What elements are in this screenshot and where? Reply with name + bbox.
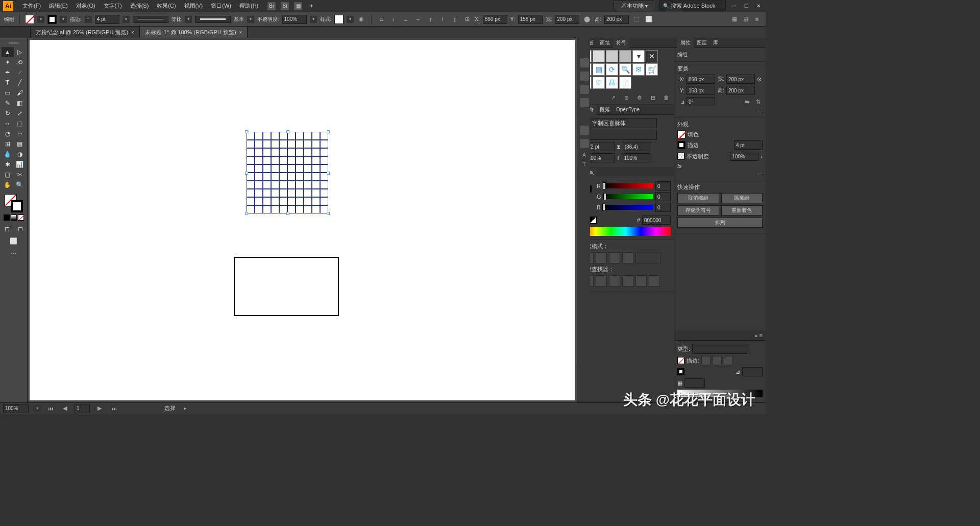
exclude-icon[interactable] bbox=[622, 252, 633, 264]
search-stock[interactable]: 🔍 搜索 Adobe Stock bbox=[659, 1, 726, 11]
grid-object[interactable] bbox=[247, 132, 328, 213]
x-input[interactable] bbox=[483, 15, 507, 24]
artboard-tool[interactable]: ▢ bbox=[2, 170, 14, 180]
eyedropper-tool[interactable]: 💧 bbox=[2, 149, 14, 159]
dock-icon-4[interactable] bbox=[580, 98, 589, 107]
width-tool[interactable]: ↔ bbox=[2, 118, 14, 129]
transform-icon[interactable]: ⊞ bbox=[462, 15, 472, 24]
gradient-tool[interactable]: ▦ bbox=[14, 139, 26, 149]
dock-icon-5[interactable] bbox=[580, 126, 589, 135]
grad-angle[interactable] bbox=[742, 367, 763, 376]
font-family-dd[interactable]: 🔍 字制区喜脉体 bbox=[580, 118, 657, 128]
opacity-input[interactable] bbox=[282, 15, 307, 24]
close-button[interactable]: ✕ bbox=[754, 3, 763, 10]
align-hcenter-icon[interactable]: ⫠ bbox=[401, 15, 410, 24]
w-input[interactable] bbox=[555, 15, 579, 24]
r-input[interactable] bbox=[655, 181, 671, 190]
minusback-icon[interactable] bbox=[649, 275, 660, 286]
gpu-icon[interactable]: ✈ bbox=[307, 2, 315, 10]
workspace-switcher[interactable]: 基本功能 ▾ bbox=[614, 1, 655, 11]
font-size-input[interactable] bbox=[586, 142, 615, 151]
sym-place-icon[interactable]: ↗ bbox=[608, 93, 618, 102]
mesh-tool[interactable]: ⊞ bbox=[2, 139, 14, 149]
leading-input[interactable] bbox=[623, 142, 651, 151]
blend-tool[interactable]: ◑ bbox=[14, 149, 26, 159]
crop-icon[interactable] bbox=[622, 275, 633, 286]
sym-break-icon[interactable]: ⊘ bbox=[622, 93, 631, 102]
zoom-dd[interactable]: ▾ bbox=[34, 405, 41, 412]
fx-icon[interactable]: fx bbox=[677, 163, 682, 169]
gradient-mode[interactable] bbox=[11, 214, 17, 221]
doc-tab-1[interactable]: 万粉纪念.ai @ 25% (RGB/GPU 预览) × bbox=[31, 27, 140, 38]
menu-select[interactable]: 选择(S) bbox=[126, 2, 153, 10]
intersect-icon[interactable] bbox=[609, 252, 620, 264]
none-mode[interactable] bbox=[18, 214, 24, 221]
rectangle-object[interactable] bbox=[234, 257, 339, 316]
prop-stroke-swatch[interactable] bbox=[677, 141, 685, 149]
status-nav-icon[interactable]: ▸ bbox=[181, 404, 190, 413]
brushes-tab[interactable]: 画笔 bbox=[597, 38, 613, 48]
menu-file[interactable]: 文件(F) bbox=[18, 2, 45, 10]
recolor-icon[interactable]: ◉ bbox=[357, 15, 366, 24]
align-doc-icon[interactable]: ⊏ bbox=[377, 15, 386, 24]
align-left-icon[interactable]: ⫞ bbox=[389, 15, 398, 24]
doc-tab-1-close[interactable]: × bbox=[131, 30, 134, 35]
link-wh-icon[interactable]: ⬤ bbox=[582, 15, 592, 24]
style-swatch[interactable] bbox=[334, 15, 344, 24]
hex-input[interactable] bbox=[642, 216, 671, 225]
sym-trash-icon[interactable]: 🗑 bbox=[662, 93, 671, 102]
sym-dd[interactable]: ▾ bbox=[632, 50, 645, 62]
selection-tool[interactable]: ▲ bbox=[2, 47, 14, 57]
expand-btn[interactable] bbox=[635, 252, 661, 264]
zoom-input[interactable] bbox=[3, 404, 29, 413]
stock-icon[interactable]: St bbox=[281, 2, 289, 10]
iso-icon[interactable]: ⬜ bbox=[644, 15, 653, 24]
bw-swatch[interactable] bbox=[590, 217, 597, 224]
sym-opts-icon[interactable]: ⚙ bbox=[635, 93, 644, 102]
stroke-weight-input[interactable] bbox=[95, 15, 119, 24]
prop-w-input[interactable] bbox=[726, 75, 755, 84]
doc-tab-2-close[interactable]: × bbox=[239, 30, 242, 35]
arrange-btn[interactable]: 排列 bbox=[677, 218, 763, 228]
grad-mode-3[interactable] bbox=[724, 356, 733, 365]
merge-icon[interactable] bbox=[609, 275, 620, 286]
draw-normal[interactable]: ◻ bbox=[1, 224, 13, 234]
rotate-tool[interactable]: ↻ bbox=[2, 108, 14, 118]
dock-icon-2[interactable] bbox=[580, 71, 589, 81]
libs-tab[interactable]: 库 bbox=[710, 38, 721, 48]
nav-next-icon[interactable]: ▶ bbox=[95, 404, 104, 413]
rectangle-tool[interactable]: ▭ bbox=[2, 88, 14, 98]
h-input[interactable] bbox=[604, 15, 629, 24]
fill-dd[interactable]: ▾ bbox=[37, 16, 44, 23]
nav-first-icon[interactable]: ⏮ bbox=[46, 404, 55, 413]
prop-stroke-input[interactable] bbox=[734, 140, 763, 150]
line-tool[interactable]: ╱ bbox=[14, 78, 26, 88]
stroke-weight-dd[interactable]: ▾ bbox=[122, 16, 130, 23]
sym-2[interactable] bbox=[593, 50, 605, 62]
transform-more[interactable]: ⋯ bbox=[677, 108, 763, 114]
sym-grid[interactable]: ▦ bbox=[619, 77, 631, 89]
artboard-num[interactable] bbox=[75, 404, 90, 413]
sym-del[interactable]: ✕ bbox=[646, 50, 658, 62]
color-mode[interactable] bbox=[4, 214, 10, 221]
prop-angle-input[interactable] bbox=[687, 97, 715, 106]
dock-icon-3[interactable] bbox=[580, 85, 589, 94]
draw-behind[interactable]: ◻ bbox=[14, 224, 27, 234]
style-dd[interactable]: ▾ bbox=[347, 16, 354, 23]
symbols-tab[interactable]: 符号 bbox=[613, 38, 629, 48]
zoom-tool[interactable]: 🔍 bbox=[14, 180, 26, 190]
prop-fill-swatch[interactable] bbox=[677, 130, 685, 138]
graph-tool[interactable]: 📊 bbox=[14, 159, 26, 170]
grad-mode-2[interactable] bbox=[713, 356, 722, 365]
prop-opacity-swatch[interactable] bbox=[677, 153, 684, 160]
nav-prev-icon[interactable]: ◀ bbox=[60, 404, 69, 413]
save-symbol-btn[interactable]: 存储为符号 bbox=[677, 205, 719, 216]
menu-help[interactable]: 帮助(H) bbox=[235, 2, 262, 10]
menu-edit[interactable]: 编辑(E) bbox=[45, 2, 72, 10]
outline-icon[interactable] bbox=[635, 275, 647, 286]
sym-4[interactable] bbox=[619, 50, 631, 62]
fill-stroke-swatch[interactable] bbox=[5, 194, 23, 212]
prop-h-input[interactable] bbox=[726, 86, 755, 95]
menu-object[interactable]: 对象(O) bbox=[72, 2, 100, 10]
font-style-dd[interactable]: - bbox=[580, 130, 657, 140]
